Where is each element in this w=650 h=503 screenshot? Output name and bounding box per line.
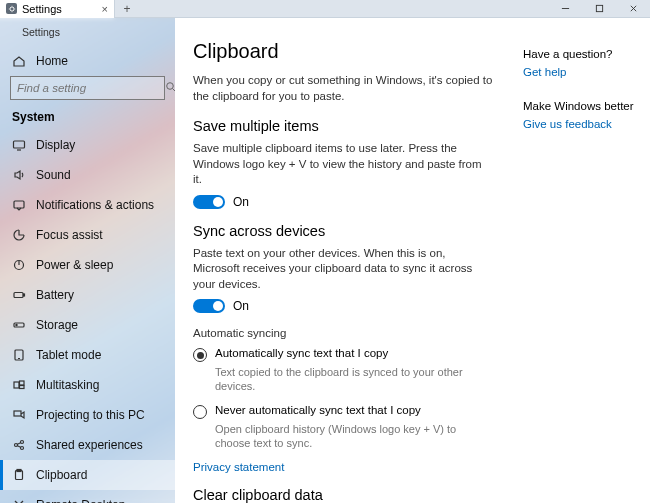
clipboard-icon <box>12 468 26 482</box>
sidebar-item-storage[interactable]: Storage <box>0 310 175 340</box>
search-box[interactable] <box>10 76 165 100</box>
help-sidebar: Have a question? Get help Make Windows b… <box>493 40 634 503</box>
radio-auto-sync-sub: Text copied to the clipboard is synced t… <box>215 365 493 394</box>
sync-toggle[interactable]: On <box>193 299 493 313</box>
svg-point-5 <box>167 82 174 89</box>
svg-rect-18 <box>14 382 19 388</box>
sync-heading: Sync across devices <box>193 223 493 239</box>
svg-rect-12 <box>14 293 23 298</box>
shared-icon <box>12 438 26 452</box>
back-label: Settings <box>22 26 60 38</box>
feedback-link[interactable]: Give us feedback <box>523 118 634 130</box>
multitask-icon <box>12 378 26 392</box>
sidebar-item-battery[interactable]: Battery <box>0 280 175 310</box>
title-bar: Settings × + <box>0 0 650 18</box>
sidebar-item-focus[interactable]: Focus assist <box>0 220 175 250</box>
svg-line-6 <box>173 88 176 91</box>
radio-never-sync[interactable]: Never automatically sync text that I cop… <box>193 404 493 419</box>
help-question: Have a question? <box>523 48 634 60</box>
sidebar: Settings Home System Display Sound Notif… <box>0 18 175 503</box>
search-icon <box>165 81 177 96</box>
auto-sync-label: Automatic syncing <box>193 327 493 339</box>
svg-rect-7 <box>14 141 25 148</box>
back-row[interactable]: Settings <box>0 18 175 46</box>
remote-icon <box>12 498 26 503</box>
svg-rect-9 <box>14 201 24 208</box>
radio-auto-sync[interactable]: Automatically sync text that I copy <box>193 347 493 362</box>
tab-title: Settings <box>22 3 62 15</box>
svg-rect-19 <box>20 381 25 385</box>
save-heading: Save multiple items <box>193 118 493 134</box>
minimize-button[interactable] <box>548 0 582 18</box>
sidebar-item-shared[interactable]: Shared experiences <box>0 430 175 460</box>
svg-rect-21 <box>14 411 21 416</box>
toggle-switch-on-icon <box>193 195 225 209</box>
svg-line-26 <box>17 446 21 448</box>
sidebar-item-projecting[interactable]: Projecting to this PC <box>0 400 175 430</box>
page-title: Clipboard <box>193 40 493 63</box>
privacy-link[interactable]: Privacy statement <box>193 461 284 473</box>
save-toggle[interactable]: On <box>193 195 493 209</box>
get-help-link[interactable]: Get help <box>523 66 634 78</box>
sidebar-item-notifications[interactable]: Notifications & actions <box>0 190 175 220</box>
clear-heading: Clear clipboard data <box>193 487 493 503</box>
home-icon <box>12 54 26 68</box>
radio-selected-icon <box>193 348 207 362</box>
display-icon <box>12 138 26 152</box>
sidebar-item-home[interactable]: Home <box>0 46 175 76</box>
svg-point-15 <box>16 324 17 325</box>
projecting-icon <box>12 408 26 422</box>
svg-rect-20 <box>20 386 25 389</box>
storage-icon <box>12 318 26 332</box>
tablet-icon <box>12 348 26 362</box>
svg-rect-13 <box>24 294 25 296</box>
sidebar-item-tablet[interactable]: Tablet mode <box>0 340 175 370</box>
active-indicator <box>0 460 3 490</box>
sidebar-item-multitasking[interactable]: Multitasking <box>0 370 175 400</box>
sidebar-item-display[interactable]: Display <box>0 130 175 160</box>
power-icon <box>12 258 26 272</box>
focus-icon <box>12 228 26 242</box>
svg-rect-2 <box>596 5 602 11</box>
main-content: Clipboard When you copy or cut something… <box>193 40 493 503</box>
maximize-button[interactable] <box>582 0 616 18</box>
close-tab-icon[interactable]: × <box>102 3 108 15</box>
sidebar-item-remote[interactable]: Remote Desktop <box>0 490 175 503</box>
sidebar-category: System <box>0 106 175 130</box>
save-desc: Save multiple clipboard items to use lat… <box>193 141 493 188</box>
notifications-icon <box>12 198 26 212</box>
sync-desc: Paste text on your other devices. When t… <box>193 246 493 293</box>
search-input[interactable] <box>17 82 165 94</box>
close-window-button[interactable] <box>616 0 650 18</box>
sidebar-item-power[interactable]: Power & sleep <box>0 250 175 280</box>
sidebar-item-sound[interactable]: Sound <box>0 160 175 190</box>
radio-never-sync-sub: Open clipboard history (Windows logo key… <box>215 422 493 451</box>
browser-tab[interactable]: Settings × <box>0 0 115 18</box>
svg-line-25 <box>17 443 21 445</box>
battery-icon <box>12 288 26 302</box>
sidebar-item-clipboard[interactable]: Clipboard <box>0 460 175 490</box>
page-intro: When you copy or cut something in Window… <box>193 73 493 104</box>
radio-unselected-icon <box>193 405 207 419</box>
sound-icon <box>12 168 26 182</box>
toggle-switch-on-icon <box>193 299 225 313</box>
svg-point-0 <box>10 7 14 11</box>
feedback-question: Make Windows better <box>523 100 634 112</box>
new-tab-button[interactable]: + <box>115 2 139 16</box>
settings-icon <box>6 3 17 14</box>
